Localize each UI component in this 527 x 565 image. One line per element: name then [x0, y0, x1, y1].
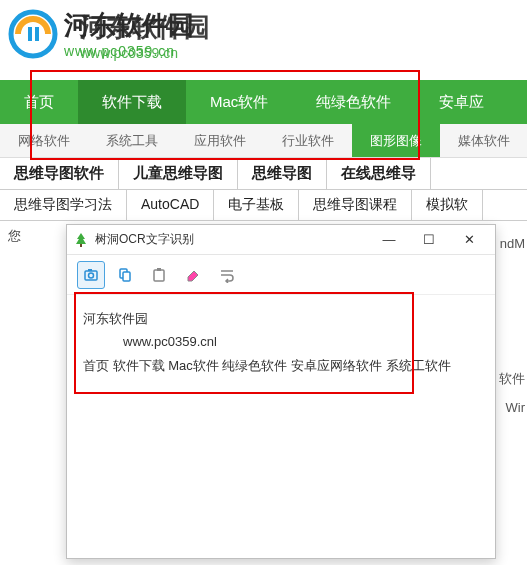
site-name: 河东软件园 — [64, 8, 194, 43]
subnav-graphics[interactable]: 图形图像 — [352, 124, 440, 157]
ocr-line-2: www.pc0359.cnl — [83, 330, 479, 353]
site-url: www.pc0359.cn — [64, 43, 194, 59]
nav-sub: 网络软件 系统工具 应用软件 行业软件 图形图像 媒体软件 — [0, 124, 527, 158]
subnav-media[interactable]: 媒体软件 — [440, 124, 527, 157]
tag-mindmap[interactable]: 思维导图 — [238, 158, 327, 189]
nav-green[interactable]: 纯绿色软件 — [292, 80, 415, 124]
wrap-icon — [219, 267, 235, 283]
capture-button[interactable] — [77, 261, 105, 289]
svg-rect-1 — [28, 27, 32, 41]
svg-rect-3 — [80, 244, 82, 247]
svg-rect-10 — [157, 268, 161, 271]
camera-icon — [83, 267, 99, 283]
site-header: 河东软件园 www.pc0359.cn 河东软件园 www.pc0359.cn — [0, 0, 527, 70]
tag-mindmap-course[interactable]: 思维导图课程 — [299, 190, 412, 220]
copy-icon — [117, 267, 133, 283]
tag-mindmap-study[interactable]: 思维导图学习法 — [0, 190, 127, 220]
ocr-titlebar[interactable]: 树洞OCR文字识别 — ☐ ✕ — [67, 225, 495, 255]
tag-row-2: 思维导图学习法 AutoCAD 电子基板 思维导图课程 模拟软 — [0, 190, 527, 221]
ocr-line-1: 河东软件园 — [83, 307, 479, 330]
subnav-system[interactable]: 系统工具 — [88, 124, 176, 157]
eraser-icon — [185, 267, 201, 283]
tag-online-mindmap[interactable]: 在线思维导 — [327, 158, 431, 189]
tag-autocad[interactable]: AutoCAD — [127, 190, 214, 220]
maximize-button[interactable]: ☐ — [409, 226, 449, 254]
ocr-line-3: 首页 软件下载 Mac软件 纯绿色软件 安卓应网络软件 系统工软件 — [83, 354, 479, 377]
nav-mac[interactable]: Mac软件 — [186, 80, 292, 124]
bg-text-2: 软件 — [499, 370, 525, 388]
nav-main: 首页 软件下载 Mac软件 纯绿色软件 安卓应 — [0, 80, 527, 124]
site-logo: 河东软件园 www.pc0359.cn — [8, 8, 527, 59]
tag-kids-mindmap[interactable]: 儿童思维导图 — [119, 158, 238, 189]
window-buttons: — ☐ ✕ — [369, 226, 489, 254]
svg-rect-6 — [88, 269, 92, 271]
subnav-app[interactable]: 应用软件 — [176, 124, 264, 157]
tag-row-1: 思维导图软件 儿童思维导图 思维导图 在线思维导 — [0, 158, 527, 190]
ocr-toolbar — [67, 255, 495, 295]
minimize-button[interactable]: — — [369, 226, 409, 254]
bg-text-1: ndM — [500, 236, 525, 251]
tag-simulate[interactable]: 模拟软 — [412, 190, 483, 220]
wrap-button[interactable] — [213, 261, 241, 289]
svg-point-5 — [89, 273, 94, 278]
bg-text-3: Wir — [506, 400, 526, 415]
svg-rect-2 — [35, 27, 39, 41]
svg-rect-9 — [154, 270, 164, 281]
paste-button[interactable] — [145, 261, 173, 289]
close-button[interactable]: ✕ — [449, 226, 489, 254]
subnav-network[interactable]: 网络软件 — [0, 124, 88, 157]
ocr-result-area[interactable]: 河东软件园 www.pc0359.cnl 首页 软件下载 Mac软件 纯绿色软件… — [67, 295, 495, 389]
nav-android[interactable]: 安卓应 — [415, 80, 508, 124]
paste-icon — [151, 267, 167, 283]
clear-button[interactable] — [179, 261, 207, 289]
tree-icon — [73, 232, 89, 248]
ocr-window: 树洞OCR文字识别 — ☐ ✕ 河东软件园 www.pc0359.cnl 首页 … — [66, 224, 496, 559]
tag-mindmap-soft[interactable]: 思维导图软件 — [0, 158, 119, 189]
tag-pcb[interactable]: 电子基板 — [214, 190, 299, 220]
ocr-title: 树洞OCR文字识别 — [95, 231, 369, 248]
svg-rect-8 — [123, 272, 130, 281]
nav-download[interactable]: 软件下载 — [78, 80, 186, 124]
logo-icon — [8, 9, 58, 59]
copy-button[interactable] — [111, 261, 139, 289]
nav-home[interactable]: 首页 — [0, 80, 78, 124]
subnav-industry[interactable]: 行业软件 — [264, 124, 352, 157]
